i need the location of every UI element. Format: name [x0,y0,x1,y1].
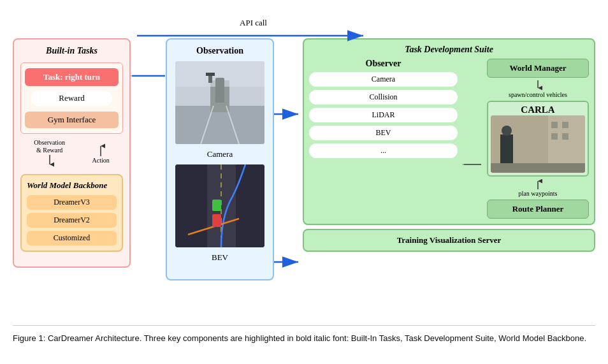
spawn-arrow-svg [533,80,542,91]
spawn-label: spawn/control vehicles [509,91,567,98]
carla-image [491,115,585,173]
bev-scene-svg [175,164,264,247]
obs-reward-label: Observation& Reward [34,139,65,154]
svg-rect-33 [562,122,568,128]
plan-label: plan waypoints [519,190,558,197]
diagram-container: API call Built-in Tasks Task: right turn… [13,13,595,345]
api-call-arrow [137,29,370,42]
observer-column: Observer Camera Collision LiDAR BEV ... [309,59,458,219]
obs-down-arrow [45,155,54,168]
main-row: Built-in Tasks Task: right turn Reward G… [13,38,595,280]
carla-to-lidar-arrow [463,159,482,170]
camera-image [175,61,264,144]
training-vis-server: Training Visualization Server [303,229,595,252]
observer-lidar: LiDAR [309,108,458,122]
api-call-label: API call [240,18,267,28]
plan-arrow-svg [533,179,542,189]
api-call-area: API call [137,18,370,42]
svg-rect-32 [551,122,558,128]
svg-rect-34 [551,133,558,140]
svg-rect-21 [212,200,221,211]
observer-title: Observer [309,59,458,69]
middle-arrows [274,38,303,268]
caption-text: Figure 1: CarDreamer Architecture. Three… [13,333,586,343]
world-model-backbone: World Model Backbone DreamerV3 DreamerV2… [20,174,123,252]
dreamerv3-box: DreamerV3 [27,195,117,210]
main-area: API call Built-in Tasks Task: right turn… [13,13,595,312]
action-label: Action [92,157,110,164]
task-dev-title: Task Development Suite [309,45,589,55]
bev-to-training-arrow [274,256,303,268]
spawn-arrow: spawn/control vehicles [487,80,589,98]
builtin-tasks-panel: Built-in Tasks Task: right turn Reward G… [13,38,131,268]
observer-collision: Collision [309,90,458,105]
obs-to-builtin-arrow [131,70,166,82]
action-up-arrow [96,143,105,156]
observation-panel: Observation [166,38,274,280]
world-manager-box: World Manager [487,59,589,78]
obs-action-arrows: Observation& Reward [20,139,123,168]
reward-box: Reward [31,91,112,106]
world-manager-column: World Manager [487,59,589,219]
observer-bev: BEV [309,126,458,140]
plan-arrow: plan waypoints [487,179,589,197]
svg-rect-36 [500,135,513,163]
builtin-tasks-title: Built-in Tasks [20,46,123,56]
carla-box: CARLA [487,101,589,177]
obs-to-lidar-arrow [274,108,303,120]
carla-title: CARLA [491,105,585,115]
right-section: Task Development Suite Observer Camera C… [303,38,595,252]
left-arrow-block [131,70,166,82]
task-dev-suite-panel: Task Development Suite Observer Camera C… [303,38,595,225]
bev-image [175,164,264,247]
customized-box: Customized [27,231,117,245]
task-box: Task: right turn Reward Gym Interface [20,62,123,134]
bev-label: BEV [212,252,228,263]
task-dev-inner: Observer Camera Collision LiDAR BEV ... [309,59,589,219]
figure-caption: Figure 1: CarDreamer Architecture. Three… [13,325,595,345]
camera-label: Camera [207,149,233,159]
gym-interface: Gym Interface [25,112,119,128]
observation-title: Observation [196,46,243,56]
route-planner-box: Route Planner [487,200,589,219]
dreamerv2-box: DreamerV2 [27,213,117,228]
task-right-turn: Task: right turn [25,68,119,86]
carla-to-lidar-arrow-block [463,110,482,219]
obs-reward-group: Observation& Reward [34,139,65,168]
svg-rect-15 [206,73,215,76]
svg-rect-13 [175,61,264,87]
world-model-title: World Model Backbone [27,180,117,191]
observer-camera: Camera [309,72,458,87]
action-group: Action [92,143,110,164]
camera-scene-svg [175,61,264,144]
observer-more: ... [309,143,458,158]
svg-rect-38 [491,163,585,173]
svg-point-37 [502,126,512,136]
svg-rect-20 [212,214,221,227]
carla-scene-svg [491,115,585,173]
svg-rect-35 [562,133,568,140]
